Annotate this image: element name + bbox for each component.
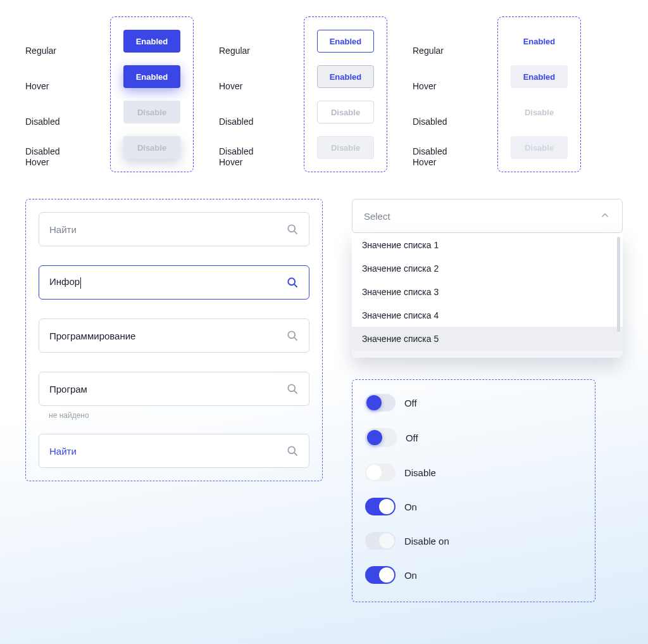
label-regular: Regular — [413, 39, 472, 62]
primary-buttons: Enabled Enabled Disable Disable — [110, 16, 194, 172]
search-input-alt-empty[interactable]: Найти — [39, 434, 309, 468]
label-disabled-hover: Disabled Hover — [219, 146, 278, 168]
search-input-typing[interactable]: Инфор — [39, 265, 309, 300]
primary-regular-button[interactable]: Enabled — [123, 30, 180, 53]
select-option-hover[interactable]: Значение списка 5 — [352, 327, 623, 350]
outline-disabled-button: Disable — [317, 101, 374, 123]
toggle-on-hover[interactable] — [365, 566, 396, 584]
svg-line-7 — [294, 391, 297, 394]
input-value: Инфор — [49, 276, 286, 288]
primary-disabled-button: Disable — [123, 101, 180, 123]
label-disabled-hover: Disabled Hover — [25, 146, 85, 168]
toggle-disabled-on — [365, 532, 396, 550]
search-icon — [286, 382, 299, 395]
search-input-empty[interactable]: Найти — [39, 212, 309, 246]
label-disabled: Disabled — [219, 110, 278, 133]
search-input-filled[interactable]: Программирование — [39, 319, 309, 353]
svg-point-8 — [288, 446, 295, 453]
search-icon — [286, 445, 299, 457]
svg-point-4 — [288, 331, 295, 338]
select-option[interactable]: Значение списка 1 — [352, 233, 623, 256]
select-option[interactable]: Значение списка 3 — [352, 280, 623, 303]
ghost-disabled-button: Disable — [511, 101, 568, 123]
toggle-label: Disable — [404, 467, 436, 478]
dropdown-tail — [352, 350, 623, 358]
search-icon — [286, 276, 299, 289]
outline-regular-button[interactable]: Enabled — [317, 30, 374, 53]
svg-point-6 — [288, 384, 295, 391]
toggle-off-hover[interactable] — [365, 428, 397, 447]
toggle-on[interactable] — [365, 498, 396, 515]
label-hover: Hover — [25, 75, 85, 98]
label-regular: Regular — [219, 39, 278, 62]
input-value: Программирование — [49, 331, 286, 341]
select-placeholder: Select — [364, 211, 390, 222]
toggle-label: Disable on — [404, 536, 449, 546]
select-option[interactable]: Значение списка 4 — [352, 303, 623, 327]
select-option[interactable]: Значение списка 2 — [352, 256, 623, 280]
state-labels: Regular Hover Disabled Disabled Hover — [25, 16, 85, 172]
primary-hover-button[interactable]: Enabled — [123, 65, 180, 88]
outline-hover-button[interactable]: Enabled — [317, 65, 374, 88]
toggle-label: On — [404, 502, 417, 512]
label-regular: Regular — [25, 39, 85, 62]
ghost-disabled-hover-button: Disable — [511, 136, 568, 159]
svg-line-3 — [294, 284, 297, 287]
toggle-label: On — [404, 570, 417, 581]
toggle-label: Off — [404, 398, 417, 408]
svg-line-9 — [294, 453, 297, 456]
search-icon — [286, 223, 299, 236]
ghost-hover-button[interactable]: Enabled — [511, 65, 568, 88]
toggle-off[interactable] — [365, 394, 396, 412]
label-disabled: Disabled — [413, 110, 472, 133]
svg-line-1 — [294, 231, 297, 234]
search-input-notfound[interactable]: Програм — [39, 372, 309, 406]
search-fields-panel: Найти Инфор Программирование Програм — [25, 199, 323, 481]
scrollbar[interactable] — [617, 237, 620, 332]
primary-disabled-hover-button: Disable — [123, 136, 180, 159]
placeholder-text: Найти — [49, 224, 286, 235]
toggle-disabled-off — [365, 464, 396, 481]
label-hover: Hover — [219, 75, 278, 98]
outline-disabled-hover-button: Disable — [317, 136, 374, 159]
svg-line-5 — [294, 338, 297, 341]
label-disabled: Disabled — [25, 110, 85, 133]
svg-point-2 — [288, 278, 295, 285]
ghost-buttons: Enabled Enabled Disable Disable — [497, 16, 581, 172]
placeholder-text: Найти — [49, 446, 286, 457]
input-value: Програм — [49, 384, 286, 395]
toggle-label: Off — [406, 432, 418, 443]
svg-point-0 — [288, 225, 295, 232]
ghost-regular-button[interactable]: Enabled — [511, 30, 568, 53]
select-trigger[interactable]: Select — [352, 199, 623, 233]
chevron-up-icon — [599, 210, 611, 223]
buttons-section: Regular Hover Disabled Disabled Hover En… — [0, 0, 648, 186]
label-disabled-hover: Disabled Hover — [413, 146, 472, 168]
not-found-hint: не найдено — [49, 411, 309, 420]
select-dropdown: Значение списка 1 Значение списка 2 Знач… — [352, 233, 623, 358]
select-component: Select Значение списка 1 Значение списка… — [352, 199, 623, 358]
label-hover: Hover — [413, 75, 472, 98]
state-labels: Regular Hover Disabled Disabled Hover — [219, 16, 278, 172]
outline-buttons: Enabled Enabled Disable Disable — [304, 16, 387, 172]
toggles-panel: Off Off Disable On Disable on On — [352, 379, 595, 602]
search-icon — [286, 329, 299, 342]
state-labels: Regular Hover Disabled Disabled Hover — [413, 16, 472, 172]
